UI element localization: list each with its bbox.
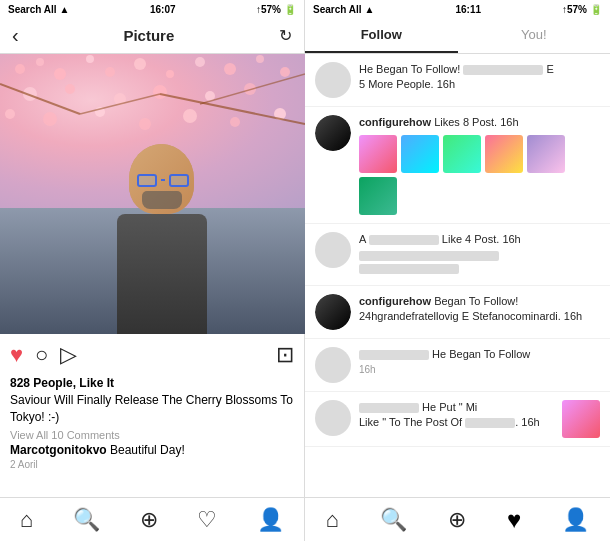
svg-point-1 — [36, 58, 44, 66]
activity-feed: He Began To Follow! E 5 More People. 16h… — [305, 54, 610, 497]
activity-text: A Like 4 Post. 16h — [359, 232, 600, 247]
avatar-image — [315, 294, 351, 330]
activity-subtext: 5 More People. 16h — [359, 77, 600, 92]
nav-add-left[interactable]: ⊕ — [140, 507, 158, 533]
battery-icon-left: 🔋 — [284, 4, 296, 15]
view-comments-button[interactable]: View All 10 Comments — [10, 429, 294, 441]
page-title: Picture — [123, 27, 174, 44]
svg-point-4 — [105, 67, 115, 77]
glass-right — [169, 174, 189, 187]
svg-point-8 — [224, 63, 236, 75]
back-button[interactable]: ‹ — [12, 24, 19, 47]
svg-point-2 — [54, 68, 66, 80]
activity-subtext: Like " To The Post Of . 16h — [359, 415, 554, 430]
redacted-name — [359, 350, 429, 360]
svg-point-22 — [230, 117, 240, 127]
wifi-icon-right: ▲ — [365, 4, 375, 15]
tabs-bar: Follow You! — [305, 18, 610, 54]
status-bar-left: Search All ▲ 16:07 ↑57% 🔋 — [0, 0, 304, 18]
activity-item: He Began To Follow! E 5 More People. 16h — [305, 54, 610, 107]
save-button[interactable]: ⊡ — [276, 342, 294, 368]
activity-content: configurehow Likes 8 Post. 16h — [359, 115, 600, 215]
post-info: 828 People, Like It Saviour Will Finally… — [0, 376, 304, 474]
svg-point-0 — [15, 64, 25, 74]
svg-line-27 — [200, 74, 305, 104]
likes-count: 828 People, Like It — [10, 376, 294, 390]
activity-content: A Like 4 Post. 16h — [359, 232, 600, 276]
activity-text: He Began To Follow! E — [359, 62, 600, 77]
nav-bar-left: ‹ Picture ↻ — [0, 18, 304, 54]
time-left: 16:07 — [150, 4, 176, 15]
svg-point-6 — [166, 70, 174, 78]
avatar-placeholder — [315, 232, 351, 268]
tab-follow[interactable]: Follow — [305, 18, 458, 53]
svg-point-9 — [256, 55, 264, 63]
thumb-2 — [401, 135, 439, 173]
comment-button[interactable]: ○ — [35, 342, 48, 368]
person-beard — [142, 191, 182, 209]
nav-home-left[interactable]: ⌂ — [20, 507, 33, 533]
post-timestamp: 2 Aoril — [10, 459, 294, 470]
activity-content: He Began To Follow! E 5 More People. 16h — [359, 62, 600, 93]
activity-username: configurehow — [359, 116, 431, 128]
avatar-placeholder — [315, 400, 351, 436]
nav-heart-right[interactable]: ♥ — [507, 506, 521, 534]
svg-point-14 — [153, 85, 167, 99]
signal-text-right: Search All — [313, 4, 362, 15]
nav-home-right[interactable]: ⌂ — [326, 507, 339, 533]
redacted-name — [463, 65, 543, 75]
bottom-nav-right: ⌂ 🔍 ⊕ ♥ 👤 — [305, 497, 610, 541]
like-button[interactable]: ♥ — [10, 342, 23, 368]
thumb-5 — [527, 135, 565, 173]
activity-text: configurehow Began To Follow! 24hgrandef… — [359, 294, 600, 325]
nav-search-right[interactable]: 🔍 — [380, 507, 407, 533]
post-photo — [0, 54, 305, 334]
avatar — [315, 115, 351, 151]
share-button[interactable]: ▷ — [60, 342, 77, 368]
nav-search-left[interactable]: 🔍 — [73, 507, 100, 533]
glass-left — [137, 174, 157, 187]
activity-username: configurehow — [359, 295, 431, 307]
activity-item: configurehow Likes 8 Post. 16h — [305, 107, 610, 224]
right-status-info-left: ↑57% 🔋 — [256, 4, 296, 15]
person-glasses — [137, 174, 189, 187]
avatar — [315, 294, 351, 330]
post-caption: Saviour Will Finally Release The Cherry … — [10, 392, 294, 426]
redacted-block — [359, 264, 459, 274]
redacted-block — [359, 251, 499, 261]
svg-point-17 — [5, 109, 15, 119]
comment-username: Marcotgonitokvo — [10, 443, 107, 457]
thumb-6 — [359, 177, 397, 215]
activity-text: configurehow Likes 8 Post. 16h — [359, 115, 600, 130]
bottom-nav-left: ⌂ 🔍 ⊕ ♡ 👤 — [0, 497, 304, 541]
battery-icon-right: 🔋 — [590, 4, 602, 15]
refresh-button[interactable]: ↻ — [279, 26, 292, 45]
person-torso — [117, 214, 207, 334]
nav-profile-left[interactable]: 👤 — [257, 507, 284, 533]
battery-text-right: ↑57% — [562, 4, 587, 15]
activity-item: configurehow Began To Follow! 24hgrandef… — [305, 286, 610, 339]
person-head — [129, 144, 194, 214]
avatar-placeholder — [315, 347, 351, 383]
tab-you[interactable]: You! — [458, 18, 611, 53]
nav-heart-left[interactable]: ♡ — [197, 507, 217, 533]
left-status-info: Search All ▲ — [8, 4, 69, 15]
svg-point-12 — [65, 84, 75, 94]
thumb-3 — [443, 135, 481, 173]
signal-text-left: Search All — [8, 4, 57, 15]
nav-add-right[interactable]: ⊕ — [448, 507, 466, 533]
avatar-image — [315, 115, 351, 151]
activity-content: He Began To Follow 16h — [359, 347, 600, 375]
left-panel: Search All ▲ 16:07 ↑57% 🔋 ‹ Picture ↻ — [0, 0, 305, 541]
thumb-1 — [359, 135, 397, 173]
svg-point-20 — [139, 118, 151, 130]
nav-profile-right[interactable]: 👤 — [562, 507, 589, 533]
activity-item: A Like 4 Post. 16h — [305, 224, 610, 285]
svg-point-10 — [280, 67, 290, 77]
activity-item: He Began To Follow 16h — [305, 339, 610, 392]
svg-point-21 — [183, 109, 197, 123]
activity-content: He Put " Mi Like " To The Post Of . 16h — [359, 400, 554, 431]
time-right: 16:11 — [455, 4, 481, 15]
svg-point-18 — [43, 112, 57, 126]
svg-point-3 — [86, 55, 94, 63]
